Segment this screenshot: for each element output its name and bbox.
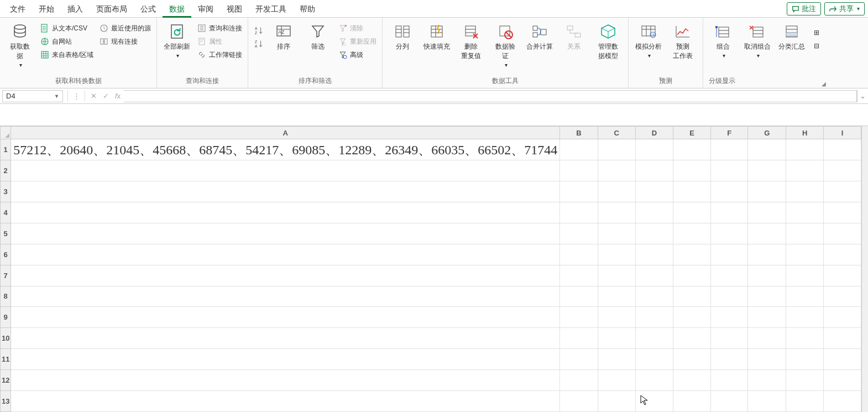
cell[interactable] (824, 391, 861, 412)
column-header[interactable]: G (748, 127, 786, 139)
cell[interactable] (598, 370, 635, 391)
cell[interactable] (635, 139, 673, 160)
cell[interactable] (11, 370, 560, 391)
cell[interactable] (710, 181, 747, 202)
remove-duplicates-button[interactable]: 删除 重复值 (457, 20, 485, 61)
cell[interactable] (635, 160, 673, 181)
cell[interactable] (635, 181, 673, 202)
cell[interactable] (824, 139, 861, 160)
comments-button[interactable]: 批注 (787, 2, 821, 15)
row-header[interactable]: 2 (1, 160, 11, 181)
cell[interactable] (710, 160, 747, 181)
cell[interactable] (598, 328, 635, 349)
column-header[interactable]: H (786, 127, 824, 139)
cell[interactable] (11, 265, 560, 286)
subtotal-button[interactable]: 分类汇总 (777, 20, 806, 51)
cell[interactable] (673, 181, 711, 202)
cell[interactable] (11, 286, 560, 307)
cell[interactable] (824, 202, 861, 223)
cell[interactable] (824, 370, 861, 391)
cell[interactable] (560, 370, 598, 391)
cell[interactable] (786, 202, 824, 223)
cell[interactable] (710, 307, 747, 328)
filter-button[interactable]: 筛选 (304, 20, 332, 51)
cell[interactable] (748, 307, 786, 328)
cell[interactable] (560, 202, 598, 223)
cell[interactable] (560, 328, 598, 349)
cell[interactable] (673, 349, 711, 370)
group-button[interactable]: 组合 ▾ (709, 20, 738, 59)
cell[interactable] (560, 391, 598, 412)
column-header[interactable]: A (11, 127, 560, 139)
existing-connections-button[interactable]: 现有连接 (99, 36, 151, 46)
cell[interactable] (560, 160, 598, 181)
cell[interactable] (673, 370, 711, 391)
column-header[interactable]: B (560, 127, 598, 139)
cell[interactable] (786, 223, 824, 244)
cell[interactable] (710, 244, 747, 265)
clear-filter-button[interactable]: 清除 (338, 23, 377, 33)
queries-connections-button[interactable]: 查询和连接 (197, 23, 242, 33)
tab-help[interactable]: 帮助 (293, 0, 322, 18)
cell[interactable] (598, 391, 635, 412)
cell[interactable] (635, 223, 673, 244)
cell[interactable] (560, 265, 598, 286)
cell[interactable] (710, 223, 747, 244)
cell[interactable] (786, 139, 824, 160)
cell[interactable] (710, 286, 747, 307)
cell[interactable] (748, 181, 786, 202)
column-header[interactable]: I (824, 127, 861, 139)
cell[interactable] (11, 223, 560, 244)
cell[interactable] (598, 286, 635, 307)
cell[interactable] (11, 307, 560, 328)
cell[interactable] (786, 391, 824, 412)
cell[interactable] (635, 286, 673, 307)
data-validation-button[interactable]: 数据验 证 ▾ (491, 20, 520, 68)
tab-layout[interactable]: 页面布局 (90, 0, 134, 18)
tab-dev[interactable]: 开发工具 (249, 0, 293, 18)
properties-button[interactable]: 属性 (197, 36, 242, 46)
ungroup-button[interactable]: 取消组合 ▾ (743, 20, 772, 59)
row-header[interactable]: 10 (1, 328, 11, 349)
cell[interactable] (560, 244, 598, 265)
tab-file[interactable]: 文件 (3, 0, 32, 18)
row-header[interactable]: 11 (1, 349, 11, 370)
cell[interactable] (560, 307, 598, 328)
sort-button[interactable]: AZ 排序 (269, 20, 298, 51)
advanced-filter-button[interactable]: 高级 (338, 50, 377, 60)
cell[interactable] (673, 244, 711, 265)
cell[interactable] (710, 328, 747, 349)
cell[interactable] (635, 370, 673, 391)
cell[interactable] (11, 160, 560, 181)
cell[interactable] (748, 349, 786, 370)
cell[interactable] (748, 286, 786, 307)
cell[interactable] (710, 139, 747, 160)
cell[interactable] (824, 160, 861, 181)
cell[interactable] (786, 370, 824, 391)
cell[interactable] (748, 160, 786, 181)
cell[interactable] (710, 349, 747, 370)
cell[interactable] (560, 181, 598, 202)
cell[interactable] (824, 223, 861, 244)
cell[interactable] (824, 265, 861, 286)
row-header[interactable]: 7 (1, 265, 11, 286)
cell[interactable] (635, 307, 673, 328)
cell[interactable] (673, 286, 711, 307)
cell[interactable] (635, 391, 673, 412)
cell[interactable] (824, 328, 861, 349)
cell[interactable] (11, 391, 560, 412)
row-header[interactable]: 8 (1, 286, 11, 307)
row-header[interactable]: 12 (1, 370, 11, 391)
cell[interactable] (748, 391, 786, 412)
cell[interactable] (673, 160, 711, 181)
cell[interactable] (560, 349, 598, 370)
cancel-button[interactable]: ✕ (87, 90, 100, 102)
cell[interactable] (598, 160, 635, 181)
cell[interactable] (786, 181, 824, 202)
tab-formula[interactable]: 公式 (134, 0, 163, 18)
expand-formula-bar[interactable]: ⌄ (857, 90, 868, 102)
cell[interactable] (786, 328, 824, 349)
cell[interactable] (598, 223, 635, 244)
hide-detail-button[interactable]: ⊟ (812, 41, 822, 51)
tab-data[interactable]: 数据 (163, 0, 191, 18)
